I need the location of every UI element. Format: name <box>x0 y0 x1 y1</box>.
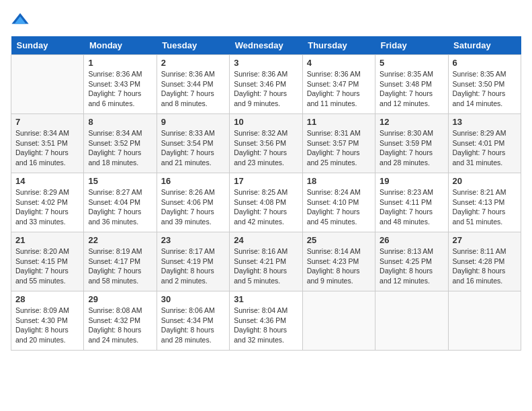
calendar-cell: 22Sunrise: 8:19 AMSunset: 4:17 PMDayligh… <box>84 232 157 291</box>
day-number: 23 <box>161 235 225 245</box>
day-number: 24 <box>234 235 298 245</box>
calendar-cell: 5Sunrise: 8:35 AMSunset: 3:48 PMDaylight… <box>375 55 448 114</box>
day-info: Sunrise: 8:35 AMSunset: 3:48 PMDaylight:… <box>380 69 443 109</box>
day-info: Sunrise: 8:36 AMSunset: 3:43 PMDaylight:… <box>88 69 152 109</box>
day-info: Sunrise: 8:21 AMSunset: 4:13 PMDaylight:… <box>453 187 517 227</box>
calendar-week-5: 28Sunrise: 8:09 AMSunset: 4:30 PMDayligh… <box>11 291 521 351</box>
logo <box>11 11 32 30</box>
calendar-cell: 7Sunrise: 8:34 AMSunset: 3:51 PMDaylight… <box>11 114 84 173</box>
day-info: Sunrise: 8:24 AMSunset: 4:10 PMDaylight:… <box>307 187 371 227</box>
day-info: Sunrise: 8:29 AMSunset: 4:01 PMDaylight:… <box>453 128 517 168</box>
day-number: 10 <box>234 117 298 127</box>
day-info: Sunrise: 8:11 AMSunset: 4:28 PMDaylight:… <box>453 246 517 286</box>
day-info: Sunrise: 8:16 AMSunset: 4:21 PMDaylight:… <box>234 246 298 286</box>
day-number: 5 <box>380 58 443 68</box>
calendar-cell: 3Sunrise: 8:36 AMSunset: 3:46 PMDaylight… <box>230 55 302 114</box>
day-number: 13 <box>453 117 517 127</box>
day-info: Sunrise: 8:34 AMSunset: 3:51 PMDaylight:… <box>15 128 79 168</box>
weekday-sunday: Sunday <box>11 36 84 55</box>
day-info: Sunrise: 8:26 AMSunset: 4:06 PMDaylight:… <box>161 187 225 227</box>
calendar-cell: 8Sunrise: 8:34 AMSunset: 3:52 PMDaylight… <box>84 114 157 173</box>
day-number: 21 <box>15 235 79 245</box>
page-header <box>11 11 521 30</box>
day-number: 19 <box>380 176 443 186</box>
day-info: Sunrise: 8:34 AMSunset: 3:52 PMDaylight:… <box>88 128 152 168</box>
day-info: Sunrise: 8:31 AMSunset: 3:57 PMDaylight:… <box>307 128 371 168</box>
day-number: 11 <box>307 117 371 127</box>
day-info: Sunrise: 8:36 AMSunset: 3:44 PMDaylight:… <box>161 69 225 109</box>
calendar-cell <box>448 291 521 351</box>
calendar-cell: 19Sunrise: 8:23 AMSunset: 4:11 PMDayligh… <box>375 173 448 232</box>
calendar-cell: 20Sunrise: 8:21 AMSunset: 4:13 PMDayligh… <box>448 173 521 232</box>
calendar-week-4: 21Sunrise: 8:20 AMSunset: 4:15 PMDayligh… <box>11 232 521 291</box>
day-number: 22 <box>88 235 152 245</box>
weekday-friday: Friday <box>375 36 448 55</box>
calendar-cell: 2Sunrise: 8:36 AMSunset: 3:44 PMDaylight… <box>157 55 229 114</box>
calendar-cell: 17Sunrise: 8:25 AMSunset: 4:08 PMDayligh… <box>230 173 302 232</box>
day-number: 4 <box>307 58 371 68</box>
calendar-cell <box>302 291 375 351</box>
day-number: 26 <box>380 235 443 245</box>
calendar-cell: 31Sunrise: 8:04 AMSunset: 4:36 PMDayligh… <box>230 291 302 351</box>
day-info: Sunrise: 8:08 AMSunset: 4:32 PMDaylight:… <box>88 306 152 345</box>
day-info: Sunrise: 8:27 AMSunset: 4:04 PMDaylight:… <box>88 187 152 227</box>
calendar-cell: 27Sunrise: 8:11 AMSunset: 4:28 PMDayligh… <box>448 232 521 291</box>
day-number: 9 <box>161 117 225 127</box>
day-number: 30 <box>161 294 225 304</box>
weekday-tuesday: Tuesday <box>157 36 229 55</box>
day-info: Sunrise: 8:14 AMSunset: 4:23 PMDaylight:… <box>307 246 371 286</box>
calendar-cell: 21Sunrise: 8:20 AMSunset: 4:15 PMDayligh… <box>11 232 84 291</box>
day-info: Sunrise: 8:29 AMSunset: 4:02 PMDaylight:… <box>15 187 79 227</box>
day-info: Sunrise: 8:06 AMSunset: 4:34 PMDaylight:… <box>161 306 225 345</box>
day-number: 7 <box>15 117 79 127</box>
day-info: Sunrise: 8:09 AMSunset: 4:30 PMDaylight:… <box>15 306 79 345</box>
weekday-wednesday: Wednesday <box>230 36 302 55</box>
day-number: 14 <box>15 176 79 186</box>
calendar-cell: 15Sunrise: 8:27 AMSunset: 4:04 PMDayligh… <box>84 173 157 232</box>
calendar-table: SundayMondayTuesdayWednesdayThursdayFrid… <box>11 36 521 351</box>
day-number: 16 <box>161 176 225 186</box>
weekday-saturday: Saturday <box>448 36 521 55</box>
day-info: Sunrise: 8:20 AMSunset: 4:15 PMDaylight:… <box>15 246 79 286</box>
day-number: 1 <box>88 58 152 68</box>
calendar-cell: 13Sunrise: 8:29 AMSunset: 4:01 PMDayligh… <box>448 114 521 173</box>
calendar-cell: 26Sunrise: 8:13 AMSunset: 4:25 PMDayligh… <box>375 232 448 291</box>
day-info: Sunrise: 8:32 AMSunset: 3:56 PMDaylight:… <box>234 128 298 168</box>
calendar-cell: 10Sunrise: 8:32 AMSunset: 3:56 PMDayligh… <box>230 114 302 173</box>
day-info: Sunrise: 8:23 AMSunset: 4:11 PMDaylight:… <box>380 187 443 227</box>
day-number: 8 <box>88 117 152 127</box>
day-number: 6 <box>453 58 517 68</box>
calendar-cell <box>11 55 84 114</box>
day-number: 3 <box>234 58 298 68</box>
calendar-week-3: 14Sunrise: 8:29 AMSunset: 4:02 PMDayligh… <box>11 173 521 232</box>
calendar-cell: 16Sunrise: 8:26 AMSunset: 4:06 PMDayligh… <box>157 173 229 232</box>
calendar-week-1: 1Sunrise: 8:36 AMSunset: 3:43 PMDaylight… <box>11 55 521 114</box>
day-number: 17 <box>234 176 298 186</box>
calendar-cell: 1Sunrise: 8:36 AMSunset: 3:43 PMDaylight… <box>84 55 157 114</box>
day-info: Sunrise: 8:17 AMSunset: 4:19 PMDaylight:… <box>161 246 225 286</box>
weekday-thursday: Thursday <box>302 36 375 55</box>
weekday-monday: Monday <box>84 36 157 55</box>
calendar-cell: 29Sunrise: 8:08 AMSunset: 4:32 PMDayligh… <box>84 291 157 351</box>
calendar-cell <box>375 291 448 351</box>
day-info: Sunrise: 8:35 AMSunset: 3:50 PMDaylight:… <box>453 69 517 109</box>
day-number: 18 <box>307 176 371 186</box>
day-number: 31 <box>234 294 298 304</box>
calendar-cell: 14Sunrise: 8:29 AMSunset: 4:02 PMDayligh… <box>11 173 84 232</box>
day-number: 28 <box>15 294 79 304</box>
day-info: Sunrise: 8:30 AMSunset: 3:59 PMDaylight:… <box>380 128 443 168</box>
day-info: Sunrise: 8:13 AMSunset: 4:25 PMDaylight:… <box>380 246 443 286</box>
day-number: 12 <box>380 117 443 127</box>
calendar-cell: 6Sunrise: 8:35 AMSunset: 3:50 PMDaylight… <box>448 55 521 114</box>
day-info: Sunrise: 8:36 AMSunset: 3:46 PMDaylight:… <box>234 69 298 109</box>
day-number: 29 <box>88 294 152 304</box>
calendar-cell: 23Sunrise: 8:17 AMSunset: 4:19 PMDayligh… <box>157 232 229 291</box>
day-info: Sunrise: 8:19 AMSunset: 4:17 PMDaylight:… <box>88 246 152 286</box>
calendar-week-2: 7Sunrise: 8:34 AMSunset: 3:51 PMDaylight… <box>11 114 521 173</box>
logo-icon <box>11 11 30 30</box>
calendar-cell: 11Sunrise: 8:31 AMSunset: 3:57 PMDayligh… <box>302 114 375 173</box>
day-number: 20 <box>453 176 517 186</box>
weekday-header-row: SundayMondayTuesdayWednesdayThursdayFrid… <box>11 36 521 55</box>
calendar-cell: 18Sunrise: 8:24 AMSunset: 4:10 PMDayligh… <box>302 173 375 232</box>
calendar-cell: 30Sunrise: 8:06 AMSunset: 4:34 PMDayligh… <box>157 291 229 351</box>
